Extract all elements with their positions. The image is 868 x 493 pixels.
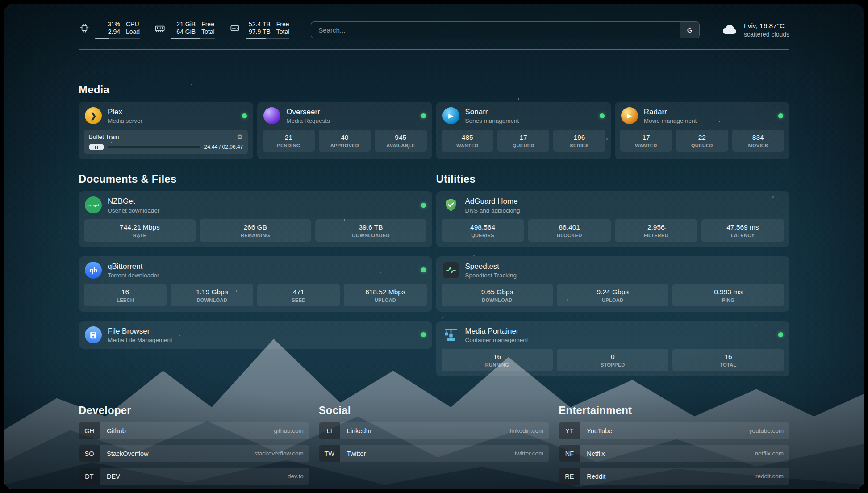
service-card-qbittorrent: qb qBittorrent Torrent downloader 16 LEE… bbox=[79, 256, 432, 312]
stat-label: UPLOAD bbox=[346, 297, 425, 303]
memory-total-row: 64 GiB Total bbox=[171, 28, 215, 36]
service-card-speedtest: Speedtest Speedtest Tracking 9.65 Gbps D… bbox=[436, 256, 790, 312]
bookmark-name: StackOverflow bbox=[107, 450, 148, 457]
stat-label: FILTERED bbox=[617, 233, 696, 238]
stat-label: LATENCY bbox=[703, 233, 782, 238]
stat-label: QUEUED bbox=[499, 143, 547, 148]
stat-remaining: 266 GB REMAINING bbox=[200, 219, 311, 242]
stat-label: STOPPED bbox=[559, 362, 667, 368]
weather-condition: scattered clouds bbox=[744, 30, 789, 38]
stat-label: DOWNLOAD bbox=[172, 297, 251, 303]
weather-text: Lviv, 16.87°C scattered clouds bbox=[744, 21, 789, 38]
filebrowser-icon bbox=[85, 326, 102, 343]
memory-widget: 21 GiB Free 64 GiB Total bbox=[154, 21, 215, 39]
memory-free-value: 21 GiB bbox=[171, 21, 196, 28]
service-subtitle: Usenet downloader bbox=[108, 207, 159, 214]
bookmark-youtube[interactable]: YT YouTube youtube.com bbox=[559, 422, 789, 439]
sonarr-icon: ▶ bbox=[442, 107, 459, 124]
cpu-load-row: 2.94 Load bbox=[95, 28, 140, 36]
stat-available: 945 AVAILABLE bbox=[375, 130, 426, 152]
service-name: AdGuard Home bbox=[465, 196, 520, 206]
stat-ping: 0.993 ms PING bbox=[672, 284, 784, 306]
service-card-nzbget: nzbget NZBGet Usenet downloader 744.21 M… bbox=[79, 191, 432, 246]
stat-value: 834 bbox=[734, 134, 782, 142]
resource-widgets: 31% CPU 2.94 Load bbox=[79, 21, 289, 39]
service-link-sonarr[interactable]: ▶ Sonarr Series management bbox=[436, 102, 611, 130]
service-link-plex[interactable]: ❯ Plex Media server bbox=[79, 102, 253, 130]
service-card-overseerr: Overseerr Media Requests 21 PENDING 40 A… bbox=[257, 102, 432, 159]
sonarr-stats: 485 WANTED 17 QUEUED 196 SERIES bbox=[436, 130, 611, 157]
stat-label: DOWNLOADED bbox=[317, 233, 425, 238]
bookmark-domain: dev.to bbox=[288, 473, 304, 480]
bookmark-abbr: YT bbox=[559, 422, 580, 439]
disk-total-label: Total bbox=[276, 28, 290, 36]
status-dot-online bbox=[421, 203, 426, 208]
now-playing-title: Bullet Train bbox=[89, 134, 119, 140]
disk-widget: 52.4 TB Free 97.9 TB Total bbox=[229, 21, 290, 39]
service-subtitle: Torrent downloader bbox=[108, 272, 159, 279]
service-subtitle: Media File Management bbox=[108, 337, 172, 343]
search-bar: G bbox=[311, 21, 700, 38]
stat-value: 0.993 ms bbox=[674, 288, 782, 296]
bookmark-netflix[interactable]: NF Netflix netflix.com bbox=[559, 445, 789, 462]
service-name: NZBGet bbox=[108, 196, 159, 206]
bookmark-twitter[interactable]: TW Twitter twitter.com bbox=[319, 445, 550, 462]
stat-value: 22 bbox=[678, 134, 726, 142]
bookmark-abbr: TW bbox=[319, 445, 340, 462]
bookmark-domain: linkedin.com bbox=[510, 427, 543, 434]
cpu-icon bbox=[79, 22, 90, 34]
bookmark-abbr: DT bbox=[79, 468, 100, 485]
bookmark-stackoverflow[interactable]: SO StackOverflow stackoverflow.com bbox=[79, 445, 309, 462]
service-name: qBittorrent bbox=[108, 262, 159, 271]
disk-free-label: Free bbox=[276, 21, 289, 28]
cloud-icon bbox=[721, 21, 738, 38]
stat-value: 196 bbox=[555, 134, 603, 142]
status-dot-online bbox=[421, 332, 426, 337]
stat-value: 618.52 Mbps bbox=[346, 288, 425, 296]
service-link-qbittorrent[interactable]: qb qBittorrent Torrent downloader bbox=[79, 256, 432, 284]
bookmark-github[interactable]: GH Github github.com bbox=[79, 422, 309, 439]
disk-icon bbox=[229, 22, 241, 34]
service-link-nzbget[interactable]: nzbget NZBGet Usenet downloader bbox=[79, 191, 432, 219]
service-name: Media Portainer bbox=[465, 326, 528, 336]
plex-icon: ❯ bbox=[85, 107, 102, 124]
search-input[interactable] bbox=[311, 22, 680, 38]
bookmark-linkedin[interactable]: LI LinkedIn linkedin.com bbox=[319, 422, 550, 439]
bookmark-dev[interactable]: DT DEV dev.to bbox=[79, 468, 309, 485]
service-link-portainer[interactable]: Media Portainer Container management bbox=[436, 321, 790, 349]
service-link-filebrowser[interactable]: File Browser Media File Management bbox=[79, 321, 432, 349]
bookmark-name: DEV bbox=[107, 473, 120, 480]
bookmark-reddit[interactable]: RE Reddit reddit.com bbox=[559, 468, 789, 485]
memory-icon bbox=[154, 22, 166, 34]
stat-value: 2,956 bbox=[617, 223, 696, 231]
service-link-radarr[interactable]: ▶ Radarr Movie management bbox=[615, 102, 789, 130]
bookmark-name: Github bbox=[107, 427, 126, 435]
stat-blocked: 86,401 BLOCKED bbox=[528, 219, 611, 242]
pause-button[interactable] bbox=[89, 144, 104, 150]
developer-section-title: Developer bbox=[79, 404, 309, 417]
dashboard-content: 31% CPU 2.94 Load bbox=[4, 4, 864, 489]
playback-progress-bar[interactable] bbox=[108, 146, 200, 148]
service-link-overseerr[interactable]: Overseerr Media Requests bbox=[257, 102, 432, 130]
stat-value: 40 bbox=[321, 134, 369, 142]
stat-value: 16 bbox=[443, 353, 551, 361]
settings-gear-icon[interactable]: ⚙ bbox=[237, 134, 243, 140]
stat-total: 16 TOTAL bbox=[672, 349, 784, 371]
stat-stopped: 0 STOPPED bbox=[557, 349, 668, 371]
service-name: Sonarr bbox=[465, 107, 519, 117]
adguard-stats: 498,564 QUERIES 86,401 BLOCKED 2,956 FIL… bbox=[436, 219, 790, 247]
memory-total-value: 64 GiB bbox=[171, 28, 196, 36]
bookmarks-row: Developer GH Github github.com SO StackO… bbox=[79, 404, 789, 489]
stat-value: 9.24 Gbps bbox=[559, 288, 667, 296]
stat-label: RATE bbox=[86, 233, 194, 238]
stat-label: SERIES bbox=[555, 143, 603, 148]
bookmark-domain: netflix.com bbox=[755, 450, 784, 457]
weather-widget: Lviv, 16.87°C scattered clouds bbox=[721, 21, 789, 38]
service-link-speedtest[interactable]: Speedtest Speedtest Tracking bbox=[436, 256, 790, 284]
status-dot-online bbox=[600, 113, 605, 118]
search-provider-button[interactable]: G bbox=[680, 22, 699, 38]
speedtest-icon bbox=[442, 262, 459, 279]
bookmark-domain: github.com bbox=[274, 427, 304, 434]
stat-label: LEECH bbox=[86, 297, 165, 303]
service-link-adguard[interactable]: AdGuard Home DNS and adblocking bbox=[436, 191, 790, 219]
